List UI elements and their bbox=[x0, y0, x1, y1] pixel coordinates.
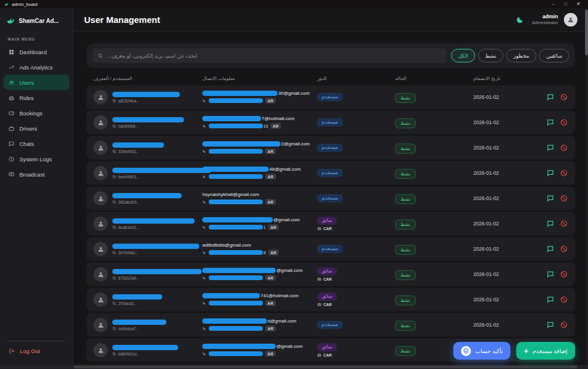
confirm-account-button[interactable]: تأكيد حساب bbox=[453, 342, 510, 360]
copy-icon[interactable] bbox=[112, 175, 116, 179]
redacted-name bbox=[112, 345, 178, 350]
sidebar-item-bookings[interactable]: Bookings bbox=[4, 105, 69, 121]
contact-cell: @gmail.com AR bbox=[202, 344, 317, 357]
ban-action-button[interactable] bbox=[560, 245, 568, 253]
sidebar-item-dashboard[interactable]: Dashboard bbox=[4, 44, 69, 59]
table-row[interactable]: 307b9fa1.. adlibdlbdia@gmail.com 8 AR مس… bbox=[86, 237, 575, 261]
email-text: 7@hotmail.com bbox=[262, 116, 295, 121]
chat-action-button[interactable] bbox=[546, 194, 554, 202]
car-icon bbox=[317, 302, 322, 307]
ban-action-button[interactable] bbox=[560, 321, 568, 329]
chat-bubble-icon bbox=[546, 295, 554, 304]
chat-action-button[interactable] bbox=[546, 118, 554, 127]
table-row[interactable]: 6732c2a0.. @gmail.com AR سائق CAR bbox=[86, 262, 575, 286]
contact-cell: @gmail.com AR bbox=[202, 268, 317, 281]
sidebar-item-ads-analytics[interactable]: Ads Analytics bbox=[4, 59, 69, 75]
scrollbar-thumb[interactable] bbox=[74, 365, 577, 368]
user-cell: bed44601.. bbox=[93, 166, 202, 180]
close-button[interactable]: ✕ bbox=[576, 2, 580, 6]
filter-pill-1[interactable]: نشط bbox=[478, 49, 503, 62]
redacted-phone bbox=[209, 149, 263, 154]
ban-action-button[interactable] bbox=[560, 169, 568, 177]
join-date: 2026-01-02 bbox=[467, 322, 544, 328]
copy-icon[interactable] bbox=[112, 352, 116, 356]
chat-action-button[interactable] bbox=[546, 270, 554, 278]
vertical-scrollbar[interactable] bbox=[585, 8, 588, 365]
chat-bubble-icon bbox=[546, 144, 554, 152]
copy-icon[interactable] bbox=[112, 225, 116, 230]
ban-action-button[interactable] bbox=[560, 118, 568, 127]
ban-action-button[interactable] bbox=[560, 270, 568, 278]
copy-icon[interactable] bbox=[112, 327, 116, 331]
contact-cell: 2@gmail.com AR bbox=[202, 141, 317, 154]
scrollbar-thumb[interactable] bbox=[585, 9, 588, 55]
status-badge: نشط bbox=[395, 169, 416, 179]
copy-icon[interactable] bbox=[112, 99, 116, 103]
sidebar-item-system-logs[interactable]: System Logs bbox=[4, 151, 69, 167]
add-user-button[interactable]: + إضافة مستخدم bbox=[516, 342, 575, 360]
minimize-button[interactable]: – bbox=[552, 2, 554, 6]
chat-action-button[interactable] bbox=[546, 144, 554, 152]
contact-cell: hsynalshykhali@gmail.com AR bbox=[202, 192, 317, 205]
filter-pill-2[interactable]: محظور bbox=[506, 49, 536, 62]
status-cell: نشط bbox=[395, 294, 467, 305]
chat-action-button[interactable] bbox=[546, 245, 554, 253]
filter-pill-3[interactable]: سائقين bbox=[539, 49, 569, 62]
redacted-name bbox=[112, 117, 184, 122]
sidebar-item-users[interactable]: Users bbox=[4, 75, 69, 90]
chat-action-button[interactable] bbox=[546, 93, 554, 101]
chat-action-button[interactable] bbox=[546, 321, 554, 329]
search-input[interactable] bbox=[107, 53, 441, 59]
lang-badge: AR bbox=[265, 98, 276, 104]
email-text: @gmail.com bbox=[276, 344, 303, 349]
car-icon bbox=[317, 226, 322, 231]
filter-pill-0[interactable]: الكل bbox=[451, 49, 475, 62]
role-cell: مستخدم bbox=[317, 144, 395, 152]
copy-icon[interactable] bbox=[112, 276, 116, 280]
brand-logo-icon bbox=[6, 16, 15, 25]
email-text: 741@hotmail.com bbox=[260, 293, 299, 298]
table-row[interactable]: 2f1faca2.. 741@hotmail.com AR سائق CAR bbox=[86, 288, 575, 311]
sidebar-item-broadcast[interactable]: Broadcast bbox=[4, 167, 69, 182]
avatar bbox=[93, 242, 108, 256]
redacted-email bbox=[202, 293, 260, 298]
ban-action-button[interactable] bbox=[560, 144, 568, 152]
window-title: admin_board bbox=[12, 2, 38, 7]
table-row[interactable]: dca81e01.. @gmail.com 1 AR سائق CAR bbox=[86, 212, 575, 235]
profile-avatar[interactable] bbox=[564, 13, 577, 26]
redacted-name bbox=[112, 168, 211, 173]
table-row[interactable]: 0a093fb5.. 7@hotmail.com 33 AR مستخدم bbox=[86, 111, 575, 134]
status-badge: نشط bbox=[395, 346, 416, 356]
role-badge: مستخدم bbox=[317, 118, 343, 127]
table-row[interactable]: cd9cdca7.. d@gmail.com AR مستخدم bbox=[86, 313, 575, 337]
phone-tail: 1 bbox=[263, 225, 266, 230]
phone-icon bbox=[202, 149, 206, 154]
maximize-button[interactable]: □ bbox=[564, 2, 567, 6]
ban-action-button[interactable] bbox=[560, 93, 568, 101]
copy-icon[interactable] bbox=[112, 200, 116, 204]
sidebar-item-chats[interactable]: Chats bbox=[4, 136, 69, 151]
sidebar-item-rides[interactable]: Rides bbox=[4, 90, 69, 105]
table-row[interactable]: 382abd29.. hsynalshykhali@gmail.com AR م… bbox=[86, 187, 575, 210]
ban-action-button[interactable] bbox=[560, 194, 568, 202]
phone-icon bbox=[202, 301, 206, 305]
table-row[interactable]: 32b64911.. 2@gmail.com AR مستخدم bbox=[86, 136, 575, 159]
chat-action-button[interactable] bbox=[546, 295, 554, 304]
logout-button[interactable]: Log Out bbox=[0, 348, 73, 365]
contact-cell: d@gmail.com AR bbox=[202, 318, 317, 331]
filter-pills: الكلنشطمحظورسائقين bbox=[451, 49, 569, 62]
horizontal-scrollbar[interactable] bbox=[0, 365, 588, 369]
window-titlebar: admin_board – □ ✕ bbox=[0, 0, 588, 8]
sidebar-item-drivers[interactable]: Drivers bbox=[4, 121, 69, 136]
copy-icon[interactable] bbox=[112, 124, 116, 128]
theme-toggle-button[interactable] bbox=[513, 14, 526, 26]
table-row[interactable]: bed44601.. 48@gmail.com AR مستخدم bbox=[86, 161, 575, 185]
ban-action-button[interactable] bbox=[560, 295, 568, 304]
copy-icon[interactable] bbox=[112, 251, 116, 255]
copy-icon[interactable] bbox=[112, 301, 116, 305]
chat-action-button[interactable] bbox=[546, 169, 554, 177]
table-row[interactable]: a81524ca.. 30@gmail.com AR مستخدم bbox=[86, 85, 575, 109]
chat-action-button[interactable] bbox=[546, 220, 554, 228]
ban-action-button[interactable] bbox=[560, 220, 568, 228]
copy-icon[interactable] bbox=[112, 149, 116, 154]
